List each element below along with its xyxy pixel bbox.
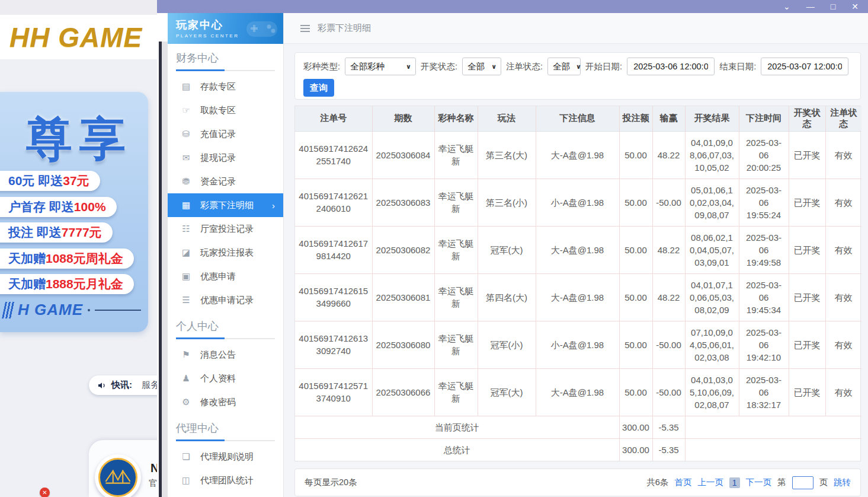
- sidebar-item-messages[interactable]: ⚑消息公告: [168, 343, 283, 367]
- withdrawal-envelope-icon: ✉: [181, 152, 191, 163]
- window-collapse-button[interactable]: ⌄: [783, 2, 790, 11]
- cell-play-type: 第三名(小): [478, 179, 536, 226]
- sidebar-item-agent-team-stats[interactable]: ◫代理团队统计: [168, 469, 283, 492]
- search-button[interactable]: 查询: [303, 79, 334, 97]
- menu-toggle-icon[interactable]: [300, 25, 310, 32]
- cell-bet-amount: 50.00: [619, 179, 652, 226]
- next-page-link[interactable]: 下一页: [746, 477, 772, 488]
- cell-draw-result: 07,10,09,04,05,06,01,02,03,08: [685, 321, 739, 368]
- cell-draw-status: 已开奖: [789, 226, 825, 273]
- sidebar-item-lottery-bet-details[interactable]: ▦彩票下注明细›: [168, 193, 283, 217]
- promo-pill: 60元 即送37元: [0, 171, 100, 191]
- sidebar-item-withdrawal-records[interactable]: ✉提现记录: [168, 146, 283, 170]
- current-page-indicator[interactable]: 1: [729, 477, 740, 488]
- cell-win-loss: -50.00: [652, 368, 685, 416]
- draw-status-label: 开奖状态:: [421, 61, 457, 72]
- cell-bet-amount: 50.00: [619, 368, 652, 416]
- summary-winloss-total: -5.35: [652, 416, 685, 438]
- player-center-sidebar: 玩家中心 PLAYERS CENTER 财务中心▤存款专区☞取款专区⛁充值记录✉…: [168, 13, 284, 497]
- cell-draw-status: 已开奖: [789, 131, 825, 179]
- sidebar-item-promo-apply-records[interactable]: ☰优惠申请记录: [168, 288, 283, 312]
- sidebar-item-hall-bet-records[interactable]: ☷厅室投注记录: [168, 217, 283, 241]
- jump-suffix-label: 页: [819, 477, 828, 488]
- first-page-link[interactable]: 首页: [674, 477, 691, 488]
- cell-lottery-name: 幸运飞艇新: [434, 131, 478, 179]
- summary-bet-total: 300.00: [619, 438, 652, 461]
- column-header: 下注信息: [536, 106, 619, 131]
- profile-person-icon: ♟: [181, 373, 191, 384]
- cell-bet-amount: 50.00: [619, 226, 652, 273]
- promo-pill-text: 7777元: [62, 224, 102, 241]
- sidebar-item-withdraw-zone[interactable]: ☞取款专区: [168, 98, 283, 122]
- cell-period: 20250306083: [372, 179, 434, 226]
- logo-stripes-icon: [2, 302, 15, 318]
- dot-decoration: [88, 309, 90, 311]
- bridge-logo-icon: [98, 458, 137, 497]
- window-close-button[interactable]: ✕: [851, 2, 859, 11]
- promo-pill-text: 37元: [63, 173, 89, 189]
- sidebar-item-recharge-records[interactable]: ⛁充值记录: [168, 122, 283, 146]
- sidebar-item-agent-rules[interactable]: ❏代理规则说明: [168, 445, 283, 469]
- cell-draw-result: 08,06,02,10,04,05,07,03,09,01: [685, 226, 739, 273]
- sidebar-item-deposit-zone[interactable]: ▤存款专区: [168, 75, 283, 98]
- window-minimize-button[interactable]: —: [806, 2, 815, 11]
- change-password-gear-icon: ⚙: [181, 397, 191, 407]
- column-header: 期数: [372, 106, 434, 131]
- sidebar-item-label: 充值记录: [200, 129, 236, 140]
- start-date-input[interactable]: [627, 58, 715, 75]
- window-controls: ⌄—□✕: [783, 2, 859, 11]
- draw-status-select[interactable]: 全部 ∨: [462, 58, 501, 75]
- cell-lottery-name: 幸运飞艇新: [434, 179, 478, 226]
- team-text-line2: 官: [149, 478, 157, 489]
- total-count-text: 共6条: [646, 477, 668, 488]
- sidebar-item-change-password[interactable]: ⚙修改密码: [168, 390, 283, 414]
- sidebar-item-label: 取款专区: [200, 105, 236, 116]
- lottery-type-select[interactable]: 全部彩种 ∨: [345, 58, 416, 75]
- order-status-select[interactable]: 全部 ∨: [547, 58, 581, 75]
- sidebar-item-profile[interactable]: ♟个人资料: [168, 367, 283, 390]
- cell-play-type: 第四名(大): [478, 273, 536, 321]
- cell-order-no: 401569174126153499660: [295, 273, 372, 321]
- table-row: 40156917412613309274020250306080幸运飞艇新冠军(…: [295, 321, 861, 368]
- promo-pill-text: 投注 即送: [8, 224, 62, 241]
- cell-period: 20250306082: [372, 226, 434, 273]
- cell-bet-time: 2025-03-06 19:45:34: [739, 273, 789, 321]
- cell-order-no: 401569174126133092740: [295, 321, 372, 368]
- chevron-down-icon: ∨: [576, 63, 581, 71]
- promo-pill: 天加赠1088元周礼金: [0, 249, 134, 269]
- cell-order-status: 有效: [825, 131, 861, 179]
- chevron-down-icon: ∨: [406, 63, 411, 71]
- window-maximize-button[interactable]: □: [831, 2, 835, 11]
- sidebar-item-label: 修改密码: [200, 397, 236, 408]
- sidebar-sections: 财务中心▤存款专区☞取款专区⛁充值记录✉提现记录⛃资金记录▦彩票下注明细›☷厅室…: [168, 51, 283, 492]
- promo-apply-record-icon: ☰: [181, 295, 191, 305]
- sidebar-item-label: 个人资料: [200, 373, 236, 384]
- cell-play-type: 冠军(大): [478, 226, 536, 273]
- cell-order-no: 401569174126179814420: [295, 226, 372, 273]
- cell-bet-time: 2025-03-06 19:49:58: [739, 226, 789, 273]
- sidebar-item-player-bet-report[interactable]: ◪玩家投注报表: [168, 241, 283, 265]
- sidebar-item-label: 厅室投注记录: [200, 224, 254, 235]
- close-popup-button[interactable]: ✕: [40, 488, 50, 497]
- summary-row: 当前页统计300.00-5.35: [295, 416, 861, 438]
- page-jump-input[interactable]: [792, 476, 813, 489]
- cell-order-status: 有效: [825, 179, 861, 226]
- sidebar-item-funds-records[interactable]: ⛃资金记录: [168, 170, 283, 193]
- screen: HH GAME 尊享 60元 即送37元户首存 即送100%投注 即送7777元…: [0, 0, 868, 497]
- column-header: 下注时间: [739, 106, 789, 131]
- summary-row: 总统计300.00-5.35: [295, 438, 861, 461]
- cell-bet-info: 大-A盘@1.98: [536, 273, 619, 321]
- summary-empty: [685, 438, 861, 461]
- table-row: 40156917412571374091020250306066幸运飞艇新冠军(…: [295, 368, 861, 416]
- prev-page-link[interactable]: 上一页: [697, 477, 723, 488]
- column-header: 注单状态: [825, 106, 861, 131]
- jump-action-link[interactable]: 跳转: [834, 477, 851, 488]
- cell-win-loss: 48.22: [652, 226, 685, 273]
- cell-play-type: 第三名(大): [478, 131, 536, 179]
- start-date-label: 开始日期:: [585, 61, 622, 72]
- column-header: 输赢: [652, 106, 685, 131]
- cell-bet-info: 大-A盘@1.98: [536, 131, 619, 179]
- deposit-card-icon: ▤: [181, 81, 191, 92]
- end-date-input[interactable]: [761, 58, 848, 75]
- sidebar-item-promo-apply[interactable]: ▣优惠申请: [168, 265, 283, 288]
